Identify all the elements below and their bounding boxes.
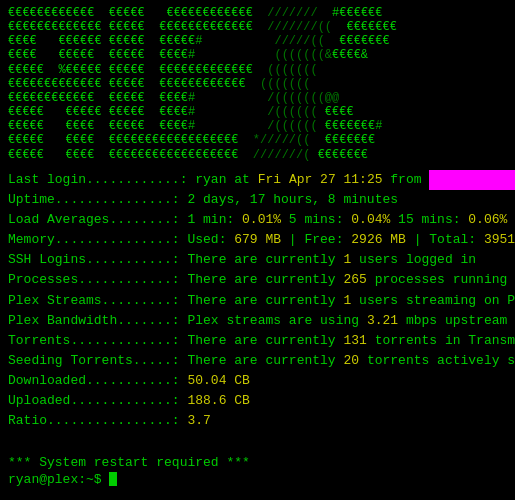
ascii-art: €€€€€€€€€€€€ €€€€€ €€€€€€€€€€€€ /////// … (8, 6, 507, 162)
memory-label: Memory............... (8, 230, 172, 250)
last-login-time: Fri Apr 27 11:25 (258, 170, 383, 190)
load-5: 0.04% (351, 210, 390, 230)
bandwidth-val: 3.21 (367, 311, 398, 331)
system-restart: *** System restart required *** (8, 440, 507, 470)
ssh-label: SSH Logins........... (8, 250, 172, 270)
seeding-count: 20 (343, 351, 359, 371)
memory-row: Memory...............: Used: 679 MB | Fr… (8, 230, 507, 250)
bandwidth-label: Plex Bandwidth....... (8, 311, 172, 331)
cursor (109, 472, 117, 486)
processes-row: Processes............: There are current… (8, 270, 507, 290)
plex-streams-row: Plex Streams.........: There are current… (8, 291, 507, 311)
last-login-host (429, 170, 515, 190)
memory-used: 679 MB (234, 230, 281, 250)
downloaded-val: 50.04 CB (187, 371, 249, 391)
prompt-line[interactable]: ryan@plex:~$ (8, 472, 507, 487)
downloaded-row: Downloaded...........: 50.04 CB (8, 371, 507, 391)
memory-total: 3951 MB (484, 230, 515, 250)
ratio-label: Ratio................ (8, 411, 172, 431)
load-15: 0.06% (468, 210, 507, 230)
uploaded-row: Uploaded.............: 188.6 CB (8, 391, 507, 411)
plex-bandwidth-row: Plex Bandwidth.......: Plex streams are … (8, 311, 507, 331)
plex-count: 1 (343, 291, 351, 311)
last-login-row: Last login............: ryan at Fri Apr … (8, 170, 507, 190)
load-row: Load Averages........: 1 min: 0.01% 5 mi… (8, 210, 507, 230)
seeding-row: Seeding Torrents.....: There are current… (8, 351, 507, 371)
seeding-label: Seeding Torrents..... (8, 351, 172, 371)
memory-free: 2926 MB (351, 230, 406, 250)
load-label: Load Averages........ (8, 210, 172, 230)
torrents-label: Torrents............. (8, 331, 172, 351)
ssh-count: 1 (343, 250, 351, 270)
plex-label: Plex Streams......... (8, 291, 172, 311)
prompt-text: ryan@plex:~$ (8, 472, 109, 487)
uploaded-val: 188.6 CB (187, 391, 249, 411)
processes-count: 265 (343, 270, 366, 290)
ratio-row: Ratio................: 3.7 (8, 411, 507, 431)
torrents-row: Torrents.............: There are current… (8, 331, 507, 351)
load-1: 0.01% (242, 210, 281, 230)
uptime-row: Uptime...............: 2 days, 17 hours,… (8, 190, 507, 210)
uploaded-label: Uploaded............. (8, 391, 172, 411)
info-section: Last login............: ryan at Fri Apr … (8, 170, 507, 432)
processes-label: Processes............ (8, 270, 172, 290)
last-login-label: Last login............ (8, 170, 180, 190)
ratio-val: 3.7 (187, 411, 210, 431)
downloaded-label: Downloaded........... (8, 371, 172, 391)
torrents-count: 131 (343, 331, 366, 351)
uptime-label: Uptime............... (8, 190, 172, 210)
ssh-row: SSH Logins...........: There are current… (8, 250, 507, 270)
